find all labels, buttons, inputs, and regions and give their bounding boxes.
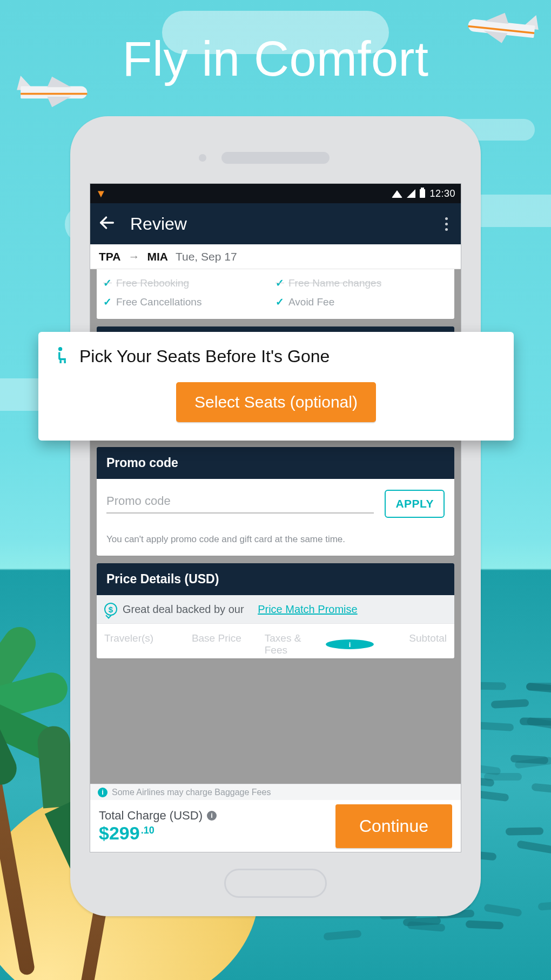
status-bar: ▼ 12:30 — [90, 184, 461, 203]
select-seats-heading: Pick Your Seats Before It's Gone — [79, 346, 330, 366]
total-charge-amount: $299.10 — [99, 823, 327, 844]
arrow-right-icon: → — [128, 250, 139, 263]
back-icon[interactable] — [98, 214, 116, 234]
info-icon: i — [98, 788, 107, 797]
col-taxes-fees: Taxes & Feesi — [265, 632, 374, 656]
col-base-price: Base Price — [192, 632, 265, 656]
overflow-menu-icon[interactable] — [439, 217, 453, 231]
col-subtotal: Subtotal — [374, 632, 447, 656]
price-table-header: Traveler(s) Base Price Taxes & Feesi Sub… — [97, 624, 454, 658]
promo-code-input[interactable] — [106, 490, 374, 514]
benefit-item: ✓Avoid Fee — [276, 292, 448, 311]
price-details-header: Price Details (USD) — [97, 563, 454, 595]
svg-rect-3 — [64, 360, 65, 363]
route-summary: TPA → MIA Tue, Sep 17 — [90, 244, 461, 269]
promo-code-header: Promo code — [97, 447, 454, 479]
promo-code-card: Promo code APPLY You can't apply promo c… — [97, 447, 454, 556]
benefit-item: ✓Free Rebooking — [103, 274, 276, 292]
route-date: Tue, Sep 17 — [176, 250, 237, 263]
total-charge-label: Total Charge (USD) i — [99, 809, 327, 823]
info-icon[interactable]: i — [326, 639, 374, 649]
info-icon[interactable]: i — [207, 811, 217, 821]
benefit-item: ✓Free Cancellations — [103, 292, 276, 311]
wifi-icon — [392, 190, 402, 198]
price-match-badge-icon: $ — [104, 603, 117, 616]
status-time: 12:30 — [429, 188, 455, 199]
continue-button[interactable]: Continue — [335, 804, 452, 848]
apply-promo-button[interactable]: APPLY — [385, 490, 445, 518]
phone-camera — [199, 154, 206, 162]
promo-headline: Fly in Comfort — [0, 31, 551, 87]
route-from: TPA — [99, 250, 120, 263]
checkout-footer: Total Charge (USD) i $299.10 Continue — [90, 800, 461, 852]
battery-icon — [420, 189, 425, 198]
page-title: Review — [130, 214, 439, 234]
app-bar: Review — [90, 203, 461, 244]
phone-home-button — [224, 869, 327, 898]
price-match-link[interactable]: Price Match Promise — [258, 603, 358, 616]
price-match-row: $ Great deal backed by our Price Match P… — [97, 595, 454, 624]
baggage-fee-note: i Some Airlines may charge Baggage Fees — [90, 784, 461, 800]
seat-icon — [55, 346, 70, 367]
svg-rect-2 — [59, 360, 61, 363]
select-seats-button[interactable]: Select Seats (optional) — [176, 382, 376, 422]
benefits-card: ✓Free Rebooking ✓Free Name changes ✓Free… — [97, 269, 454, 319]
location-pin-icon: ▼ — [96, 188, 106, 199]
price-match-text: Great deal backed by our — [123, 603, 244, 616]
price-details-card: Price Details (USD) $ Great deal backed … — [97, 563, 454, 658]
signal-icon — [407, 189, 415, 198]
benefit-item: ✓Free Name changes — [276, 274, 448, 292]
route-to: MIA — [147, 250, 168, 263]
col-travelers: Traveler(s) — [104, 632, 192, 656]
phone-screen: ▼ 12:30 Review TPA → MIA Tue, Sep 17 — [90, 183, 461, 852]
phone-earpiece — [221, 152, 330, 164]
phone-frame: ▼ 12:30 Review TPA → MIA Tue, Sep 17 — [70, 116, 481, 916]
svg-point-1 — [58, 347, 62, 351]
promo-note: You can't apply promo code and gift card… — [106, 534, 445, 545]
select-seats-card: Pick Your Seats Before It's Gone Select … — [38, 332, 514, 441]
